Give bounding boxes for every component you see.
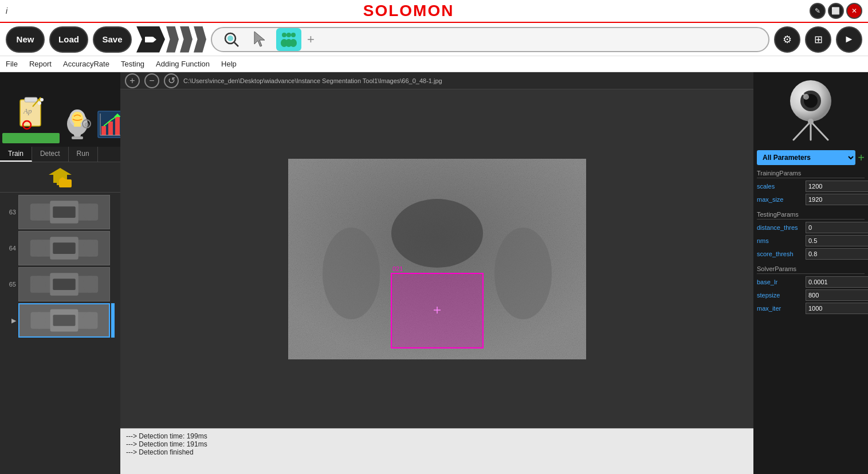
menu-help[interactable]: Help <box>221 60 237 68</box>
param-input-nms[interactable] <box>806 235 868 246</box>
list-item[interactable]: 65 <box>2 267 118 301</box>
menu-file[interactable]: File <box>6 60 18 68</box>
add-tool-button[interactable]: + <box>307 32 315 47</box>
param-input-score-thresh[interactable] <box>806 248 868 260</box>
arrow-3 <box>194 26 206 53</box>
svg-point-65 <box>32 276 46 293</box>
menubar: File Report AccuracyRate Testing Adding … <box>0 56 868 72</box>
list-item[interactable]: 64 <box>2 231 118 265</box>
zoom-out-button[interactable]: − <box>144 73 159 88</box>
param-row-stepsize: stepsize <box>757 289 865 301</box>
svg-marker-5 <box>254 32 265 46</box>
param-label-baselr: base_lr <box>757 279 806 285</box>
svg-point-6 <box>282 33 286 37</box>
tab-run[interactable]: Run <box>69 147 98 162</box>
svg-point-60 <box>83 240 97 257</box>
image-thumb-64[interactable] <box>18 231 110 265</box>
menu-report[interactable]: Report <box>29 60 52 68</box>
menu-accuracyrate[interactable]: AccuracyRate <box>63 60 109 68</box>
cursor-tool-button[interactable] <box>248 28 273 51</box>
upload-icon[interactable] <box>46 166 74 189</box>
training-params-title: TrainingParams <box>757 169 865 178</box>
zoom-reset-button[interactable]: ↺ <box>164 73 179 88</box>
svg-point-8 <box>291 33 296 37</box>
param-dropdown-row: All Parameters + <box>757 150 865 165</box>
svg-point-53 <box>32 203 46 221</box>
tab-detect[interactable]: Detect <box>32 147 69 162</box>
settings-button[interactable]: ⚙ <box>774 26 800 53</box>
image-svg: 021 <box>288 159 586 359</box>
svg-point-77 <box>323 228 380 319</box>
menu-testing[interactable]: Testing <box>121 60 144 68</box>
solver-params-section: SolverParams base_lr stepsize max_iter <box>757 264 865 314</box>
param-label-maxiter: max_iter <box>757 305 806 312</box>
svg-rect-0 <box>145 37 153 42</box>
param-label-distance: distance_thres <box>757 224 806 231</box>
pipeline-arrows <box>136 26 206 53</box>
image-thumb-66[interactable] <box>18 303 110 338</box>
arrow-1 <box>166 26 179 53</box>
main-area: Ap <box>0 72 868 474</box>
param-label-scales: scales <box>757 183 806 190</box>
next-button[interactable]: ► <box>836 26 862 53</box>
param-area: All Parameters + TrainingParams scales m… <box>753 147 868 474</box>
solver-params-title: SolverParams <box>757 264 865 274</box>
param-dropdown[interactable]: All Parameters <box>757 150 855 165</box>
svg-point-87 <box>803 94 809 100</box>
annotation-icon[interactable]: Ap <box>14 96 48 131</box>
image-thumb-63[interactable] <box>18 195 110 229</box>
tool-search-bar: + <box>211 27 769 52</box>
svg-rect-30 <box>108 122 113 135</box>
annotation-progress <box>2 133 60 143</box>
selection-indicator <box>111 303 115 338</box>
annotation-icon-group: Ap <box>2 96 60 143</box>
grid-button[interactable]: ⊞ <box>805 26 831 53</box>
param-input-baselr[interactable] <box>806 276 868 288</box>
log-line-1: ---> Detection time: 199ms <box>126 432 748 440</box>
svg-point-71 <box>32 312 45 328</box>
tab-bar: Train Detect Run <box>0 147 120 162</box>
svg-rect-29 <box>101 126 106 135</box>
image-view[interactable]: 021 <box>120 89 753 428</box>
load-button[interactable]: Load <box>49 26 88 53</box>
segmentation-tool-button[interactable] <box>276 28 301 51</box>
param-input-maxiter[interactable] <box>806 303 868 314</box>
svg-point-78 <box>494 228 552 319</box>
training-icon-group: ⚙ <box>60 109 94 143</box>
svg-rect-31 <box>115 117 120 135</box>
image-path: C:\Users\vince_den\Desktop\wiadvance\Ins… <box>183 77 749 84</box>
svg-rect-48 <box>59 179 72 187</box>
camera-icon-area <box>753 72 868 147</box>
camera-arrow <box>136 26 165 53</box>
close-button[interactable]: ✕ <box>846 3 862 19</box>
menu-adding-function[interactable]: Adding Function <box>156 60 210 68</box>
zoom-in-button[interactable]: + <box>125 73 140 88</box>
list-item[interactable]: 63 <box>2 195 118 229</box>
tab-train[interactable]: Train <box>0 147 32 162</box>
maximize-button[interactable]: ⬜ <box>828 3 844 19</box>
param-input-stepsize[interactable] <box>806 289 868 301</box>
svg-text:021: 021 <box>392 265 403 272</box>
param-label-stepsize: stepsize <box>757 292 806 299</box>
list-item[interactable]: ▶ <box>2 303 118 338</box>
training-params-section: TrainingParams scales max_size <box>757 169 865 205</box>
param-label-maxsize: max_size <box>757 196 806 203</box>
log-area: ---> Detection time: 199ms ---> Detectio… <box>120 428 753 474</box>
toolbar: New Load Save <box>0 23 868 56</box>
param-row-maxiter: max_iter <box>757 303 865 314</box>
new-button[interactable]: New <box>6 26 45 53</box>
minimize-button[interactable]: ✎ <box>810 3 826 19</box>
param-input-maxsize[interactable] <box>806 194 868 205</box>
image-path-bar: + − ↺ C:\Users\vince_den\Desktop\wiadvan… <box>120 72 753 89</box>
svg-line-91 <box>811 122 828 140</box>
svg-point-54 <box>83 203 97 221</box>
add-param-button[interactable]: + <box>858 151 865 164</box>
param-input-distance[interactable] <box>806 222 868 233</box>
image-thumb-65[interactable] <box>18 267 110 301</box>
param-input-scales[interactable] <box>806 181 868 192</box>
title-bar: i SOLOMON ✎ ⬜ ✕ <box>0 0 868 23</box>
param-row-scales: scales <box>757 181 865 192</box>
save-button[interactable]: Save <box>93 26 132 53</box>
training-icon[interactable]: ⚙ <box>60 109 94 143</box>
search-tool-button[interactable] <box>219 28 244 51</box>
